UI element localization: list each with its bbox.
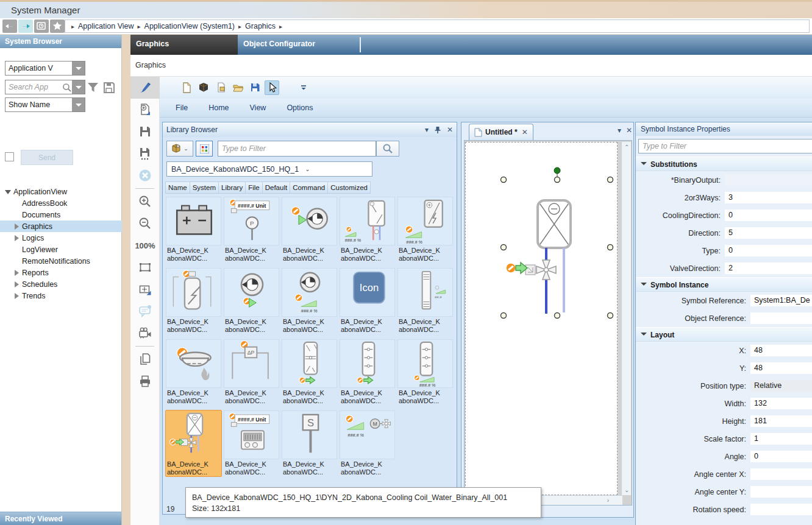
zoom-out-button[interactable]: [130, 213, 160, 234]
breadcrumb-item[interactable]: Graphics: [245, 22, 276, 30]
expander-right-icon[interactable]: [13, 281, 20, 287]
chevron-down-icon[interactable]: [72, 62, 85, 75]
search-input[interactable]: Search App: [5, 80, 85, 94]
scroll-up-icon[interactable]: ⌃: [624, 144, 629, 150]
breadcrumb-item[interactable]: Application View: [78, 22, 134, 30]
print-button[interactable]: [130, 370, 160, 392]
expander-right-icon[interactable]: [13, 224, 20, 230]
symbol-tile[interactable]: BA_Device_KabonaWDC...: [165, 267, 222, 334]
breadcrumb-item[interactable]: ApplicationView (System1): [144, 22, 235, 30]
symbol-tile[interactable]: ###.# %BA_Device_KabonaWDC...: [281, 267, 338, 334]
filter-icon[interactable]: [87, 82, 100, 94]
zoom-level-button[interactable]: 100%: [130, 234, 160, 256]
display-mode-dropdown[interactable]: Show Name: [5, 97, 85, 112]
close-tab-icon[interactable]: ✕: [522, 128, 528, 136]
column-header-customized[interactable]: Customized: [328, 181, 371, 194]
property-value-field[interactable]: 3: [725, 192, 812, 203]
send-button[interactable]: Send: [21, 150, 73, 165]
property-value-field[interactable]: Relative: [750, 380, 812, 392]
comment-button[interactable]: [130, 300, 160, 322]
column-header-file[interactable]: File: [246, 181, 263, 194]
property-value-field[interactable]: [750, 504, 812, 515]
panel-menu-icon[interactable]: ▾: [618, 126, 621, 135]
tab-graphics[interactable]: Graphics: [130, 35, 238, 55]
camera-button[interactable]: [130, 322, 160, 344]
symbol-tile-selected[interactable]: BA_Device_KabonaWDC...: [165, 410, 222, 477]
view-selector-dropdown[interactable]: Application V: [5, 61, 85, 76]
symbol-tile[interactable]: ΔPBA_Device_KabonaWDC...: [223, 339, 280, 406]
section-header-symbol-instance[interactable]: Symbol Instance: [636, 277, 812, 292]
property-value-field[interactable]: 0: [725, 210, 812, 221]
property-value-field[interactable]: 5: [725, 227, 812, 239]
canvas-symbol-selection[interactable]: [465, 141, 622, 506]
menu-home[interactable]: Home: [208, 104, 229, 112]
tree-item-addressbook[interactable]: AddressBook: [0, 197, 122, 209]
chevron-down-icon[interactable]: [72, 80, 85, 94]
tree-item-schedules[interactable]: Schedules: [0, 278, 122, 290]
deploy-button[interactable]: [196, 80, 211, 95]
canvas-document-tab[interactable]: Untitled * ✕: [469, 124, 533, 140]
symbol-tile[interactable]: ##.#BA_Device_KabonaWDC...: [397, 267, 454, 334]
menu-file[interactable]: File: [176, 104, 188, 112]
column-header-library[interactable]: Library: [219, 181, 246, 194]
symbol-tile[interactable]: BA_Device_KabonaWDC...: [281, 196, 338, 263]
canvas-viewport[interactable]: ⌃ ⌄ ›: [464, 140, 632, 506]
symbol-tile[interactable]: BA_Device_KabonaWDC...: [281, 339, 338, 406]
back-button[interactable]: [2, 19, 17, 33]
column-header-command[interactable]: Command: [290, 181, 328, 194]
menu-options[interactable]: Options: [287, 104, 313, 112]
tree-item-trends[interactable]: Trends: [0, 290, 122, 301]
new-document-button[interactable]: [179, 80, 194, 95]
symbol-tile[interactable]: ###.# %BA_Device_KabonaWDC...: [397, 196, 454, 263]
rotate-handle[interactable]: [554, 167, 560, 174]
property-value-field[interactable]: 48: [750, 362, 812, 374]
property-value-field[interactable]: 0: [750, 451, 812, 462]
symbol-tile[interactable]: BA_Device_KabonaWDC...: [223, 267, 280, 334]
symbol-tile[interactable]: ###.# %MBA_Device_KabonaWDC...: [339, 410, 396, 477]
favorites-star-button[interactable]: [50, 19, 65, 33]
copy-pages-button[interactable]: [130, 348, 160, 370]
close-icon[interactable]: ✕: [626, 126, 632, 135]
send-checkbox[interactable]: [5, 152, 14, 161]
zoom-rect-button[interactable]: [130, 256, 160, 278]
new-graphic-button[interactable]: [130, 99, 160, 121]
property-value-field[interactable]: 1: [750, 433, 812, 445]
chevron-down-icon[interactable]: [72, 98, 85, 111]
close-icon[interactable]: ✕: [447, 125, 453, 134]
symbol-tile[interactable]: SBA_Device_KabonaWDC...: [281, 410, 338, 477]
property-value-field[interactable]: 181: [750, 415, 812, 427]
property-value-field[interactable]: [750, 468, 812, 480]
view-mode-button[interactable]: [196, 141, 213, 157]
column-header-system[interactable]: System: [190, 181, 219, 194]
library-source-button[interactable]: ⌄: [166, 141, 193, 157]
section-header-substitutions[interactable]: Substitutions: [636, 157, 812, 171]
scroll-down-icon[interactable]: ⌄: [624, 487, 629, 493]
property-value-field[interactable]: [750, 312, 812, 324]
library-filter-input[interactable]: [218, 141, 376, 157]
align-center-button[interactable]: [130, 278, 160, 300]
save-button[interactable]: [130, 121, 160, 143]
zoom-in-button[interactable]: [130, 191, 160, 213]
menu-view[interactable]: View: [250, 104, 266, 112]
history-button[interactable]: [34, 19, 49, 33]
expander-right-icon[interactable]: [13, 235, 20, 241]
export-page-button[interactable]: [213, 80, 228, 95]
edit-pen-button[interactable]: [130, 77, 160, 99]
save-button[interactable]: [248, 80, 262, 95]
select-cursor-button[interactable]: [265, 80, 279, 95]
library-dropdown[interactable]: BA_Device_KabonaWDC_150_HQ_1 ⌄: [166, 161, 372, 177]
close-circle-button[interactable]: [130, 164, 160, 186]
symbol-tile[interactable]: BA_Device_KabonaWDC...: [339, 339, 396, 406]
symbol-tile[interactable]: ###.# %BA_Device_KabonaWDC...: [339, 196, 396, 263]
expander-down-icon[interactable]: [5, 189, 11, 195]
library-search-button[interactable]: [376, 141, 399, 157]
symbol-tile[interactable]: ####.# UnitPBA_Device_KabonaWDC...: [223, 196, 280, 263]
symbol-tile[interactable]: ####.# UnitBA_Device_KabonaWDC...: [223, 410, 280, 477]
tree-item-applicationview[interactable]: ApplicationView: [0, 186, 122, 197]
panel-menu-icon[interactable]: ▾: [425, 125, 429, 134]
section-header-layout[interactable]: Layout: [636, 327, 812, 342]
recently-viewed-header[interactable]: Recently Viewed: [0, 512, 121, 525]
tree-item-documents[interactable]: Documents: [0, 209, 122, 220]
properties-filter-input[interactable]: [638, 139, 812, 153]
symbol-tile[interactable]: IconBA_Device_KabonaWDC...: [339, 267, 396, 334]
